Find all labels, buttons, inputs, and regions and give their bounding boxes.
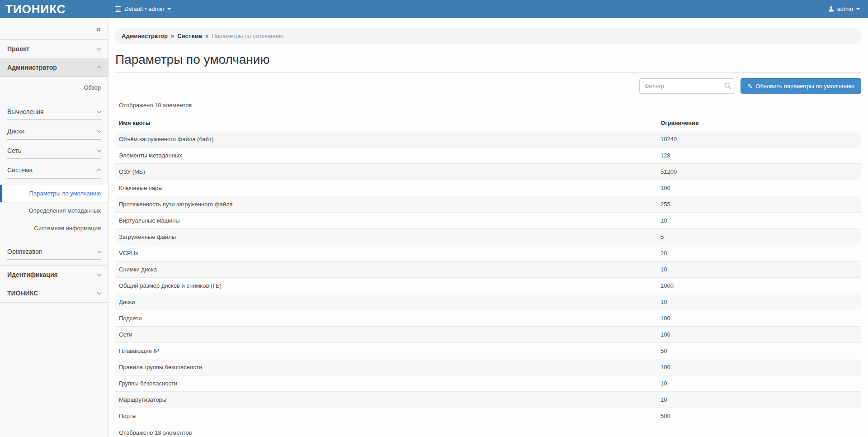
update-defaults-button[interactable]: ✎ Обновить параметры по умолчанию: [741, 78, 861, 94]
table-header-row: Имя квоты Ограничение: [115, 115, 861, 131]
quota-name-cell: VCPUs: [115, 245, 657, 261]
filter-input[interactable]: [639, 78, 735, 94]
breadcrumb-separator: »: [205, 33, 208, 39]
sidebar-item-metadata-definitions[interactable]: Определения метаданных: [0, 202, 108, 219]
user-menu[interactable]: admin: [828, 5, 868, 12]
sidebar-item-overview[interactable]: Обзор: [0, 77, 108, 101]
breadcrumb: Администратор » Система » Параметры по у…: [115, 28, 861, 44]
sidebar-item-system-information[interactable]: Системная информация: [0, 219, 108, 237]
page-title: Параметры по умолчанию: [115, 52, 861, 67]
table-row: Подсети100: [115, 310, 861, 327]
sidebar-item-admin[interactable]: Администратор: [0, 58, 108, 77]
context-switcher[interactable]: Default • admin: [108, 5, 171, 12]
quota-name-cell: Снимки диска: [115, 261, 657, 278]
sidebar-item-label: Идентификация: [7, 271, 58, 278]
quota-limit-cell: 100: [657, 359, 861, 375]
sidebar-item-label: Проект: [7, 45, 29, 52]
breadcrumb-system[interactable]: Система: [177, 33, 202, 39]
quota-name-cell: Элементы метаданных: [115, 147, 657, 164]
quota-name-cell: Виртуальные машины: [115, 213, 657, 229]
quota-limit-cell: 128: [657, 147, 861, 164]
pencil-icon: ✎: [747, 83, 752, 89]
quota-limit-cell: 100: [657, 327, 861, 343]
sidebar-group-label: Система: [7, 166, 33, 174]
quota-name-cell: Маршрутизаторы: [115, 392, 657, 408]
quota-limit-cell: 20: [657, 245, 861, 261]
sidebar-item-identity[interactable]: Идентификация: [0, 266, 108, 284]
breadcrumb-separator: »: [171, 33, 174, 39]
table-row: Правила группы безопасности100: [115, 359, 861, 375]
table-count-top: Отображено 18 элементов: [115, 97, 861, 113]
chevron-down-icon: [97, 148, 102, 152]
table-row: Общий размер дисков и снимков (ГБ)1000: [115, 278, 861, 294]
quota-name-cell: Загруженные файлы: [115, 229, 657, 245]
table-row: Группы безопасности10: [115, 375, 861, 392]
table-row: Диски10: [115, 294, 861, 310]
title-divider: [115, 72, 861, 73]
quota-name-cell: Правила группы безопасности: [115, 359, 657, 375]
main-content: Администратор » Система » Параметры по у…: [108, 18, 868, 437]
chevron-down-icon: [856, 8, 860, 10]
quota-limit-cell: 10240: [657, 131, 861, 147]
sidebar-group-compute[interactable]: Вычисления: [7, 101, 101, 120]
table-toolbar: ✎ Обновить параметры по умолчанию: [115, 78, 861, 94]
quota-table: Имя квоты Ограничение Объём загруженного…: [115, 115, 861, 424]
table-row: Ключевые пары100: [115, 180, 861, 196]
sidebar-item-label: Администратор: [7, 64, 57, 71]
sidebar-system-submenu: Параметры по умолчанию Определения метад…: [0, 185, 108, 241]
quota-limit-cell: 51200: [657, 164, 861, 180]
table-row: Загруженные файлы5: [115, 229, 861, 245]
sidebar-group-label: Сеть: [7, 147, 21, 154]
quota-name-cell: Сети: [115, 327, 657, 343]
chevron-down-icon: [97, 290, 102, 295]
chevron-down-icon: [97, 46, 102, 51]
quota-limit-cell: 10: [657, 213, 861, 229]
context-label: Default • admin: [124, 5, 164, 12]
quota-limit-cell: 255: [657, 196, 861, 213]
column-header-limit: Ограничение: [657, 115, 861, 131]
table-row: Маршрутизаторы10: [115, 392, 861, 408]
list-icon: [115, 6, 121, 12]
quota-limit-cell: 5: [657, 229, 861, 245]
column-header-quota-name: Имя квоты: [115, 115, 657, 131]
table-row: Протяженность пути загруженного файла255: [115, 196, 861, 213]
breadcrumb-admin[interactable]: Администратор: [122, 33, 168, 39]
quota-limit-cell: 100: [657, 310, 861, 327]
sidebar-group-volumes[interactable]: Диски: [7, 120, 101, 140]
quota-name-cell: Порты: [115, 408, 657, 424]
update-defaults-button-label: Обновить параметры по умолчанию: [755, 83, 854, 90]
sidebar-group-optimization[interactable]: Optimization: [7, 241, 101, 260]
quota-name-cell: Общий размер дисков и снимков (ГБ): [115, 278, 657, 294]
quota-name-cell: Группы безопасности: [115, 375, 657, 392]
sidebar-collapse-row: «: [0, 18, 108, 40]
quota-limit-cell: 500: [657, 408, 861, 424]
sidebar-item-project[interactable]: Проект: [0, 40, 108, 58]
quota-name-cell: Подсети: [115, 310, 657, 327]
search-icon: [724, 82, 731, 90]
quota-limit-cell: 10: [657, 392, 861, 408]
sidebar-item-tionix[interactable]: ТИОНИКС: [0, 284, 108, 303]
quota-limit-cell: 10: [657, 261, 861, 278]
sidebar-group-label: Вычисления: [7, 108, 44, 115]
sidebar-group-label: Optimization: [7, 248, 42, 255]
sidebar-group-network[interactable]: Сеть: [7, 140, 101, 159]
sidebar-collapse-button[interactable]: «: [96, 25, 101, 33]
quota-name-cell: Протяженность пути загруженного файла: [115, 196, 657, 213]
table-row: Сети100: [115, 327, 861, 343]
topbar: ТИОНИКС Default • admin admin: [0, 0, 868, 18]
chevron-up-icon: [97, 66, 102, 71]
chevron-down-icon: [97, 109, 102, 114]
brand-logo[interactable]: ТИОНИКС: [0, 0, 108, 18]
table-row: Объём загруженного файла (байт)10240: [115, 131, 861, 147]
quota-name-cell: ОЗУ (МБ): [115, 164, 657, 180]
chevron-up-icon: [97, 169, 102, 173]
filter-wrap: [639, 78, 735, 94]
quota-limit-cell: 1000: [657, 278, 861, 294]
chevron-down-icon: [167, 8, 171, 10]
quota-limit-cell: 100: [657, 180, 861, 196]
sidebar: « Проект Администратор Обзор Вычисления …: [0, 18, 108, 437]
sidebar-item-label: ТИОНИКС: [7, 290, 38, 297]
sidebar-item-defaults[interactable]: Параметры по умолчанию: [0, 185, 108, 202]
user-label: admin: [837, 5, 853, 12]
sidebar-group-system[interactable]: Система: [7, 159, 101, 179]
